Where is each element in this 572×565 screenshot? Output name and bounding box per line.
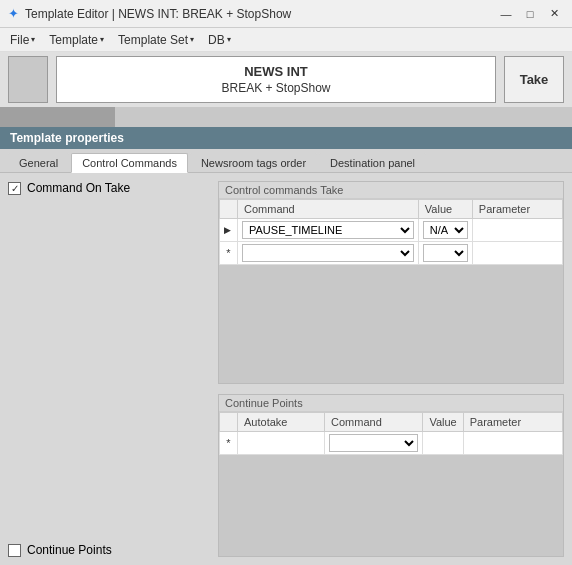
command-select[interactable]: PAUSE_TIMELINE — [242, 221, 414, 239]
take-button[interactable]: Take — [504, 56, 564, 103]
panel-content: Command On Take Continue Points Control … — [0, 173, 572, 565]
cp-command-cell — [325, 432, 423, 455]
new-command-cell — [238, 242, 419, 265]
command-on-take-label: Command On Take — [27, 181, 130, 195]
row-arrow[interactable]: ▶ — [220, 219, 238, 242]
new-row: * — [220, 242, 563, 265]
close-button[interactable]: ✕ — [544, 4, 564, 24]
cp-command-select-wrapper — [329, 434, 418, 452]
continue-points-section-title: Continue Points — [219, 395, 563, 412]
db-menu-arrow: ▾ — [227, 35, 231, 44]
right-content: Control commands Take Command Value Para… — [210, 173, 572, 565]
continue-points-section: Continue Points Autotake Command Value P… — [218, 394, 564, 557]
col-value-header: Value — [418, 200, 472, 219]
header-title-block: NEWS INT BREAK + StopShow — [56, 56, 496, 103]
new-value-cell — [418, 242, 472, 265]
left-sidebar: Command On Take Continue Points — [0, 173, 210, 565]
command-select-wrapper: PAUSE_TIMELINE — [242, 221, 414, 239]
window-controls: — □ ✕ — [496, 4, 564, 24]
menu-file[interactable]: File ▾ — [4, 31, 41, 49]
title-bar-left: ✦ Template Editor | NEWS INT: BREAK + St… — [8, 6, 291, 21]
col-parameter-header: Parameter — [472, 200, 562, 219]
tab-destination-panel[interactable]: Destination panel — [319, 153, 426, 172]
cp-new-row: * — [220, 432, 563, 455]
gray-strip — [0, 107, 572, 127]
continue-points-label: Continue Points — [27, 543, 112, 557]
template-set-menu-arrow: ▾ — [190, 35, 194, 44]
gray-strip-inner — [0, 107, 115, 127]
table-empty-area — [219, 265, 563, 383]
col-command-header: Command — [238, 200, 419, 219]
cp-col-spacer — [220, 413, 238, 432]
tab-control-commands[interactable]: Control Commands — [71, 153, 188, 173]
minimize-button[interactable]: — — [496, 4, 516, 24]
command-on-take-checkbox[interactable] — [8, 182, 21, 195]
cp-value-cell — [423, 432, 463, 455]
control-commands-table: Command Value Parameter ▶ PAUSE_TIMELIN — [219, 199, 563, 265]
maximize-button[interactable]: □ — [520, 4, 540, 24]
header-box — [8, 56, 48, 103]
cp-col-value: Value — [423, 413, 463, 432]
header-main-title: NEWS INT — [244, 64, 308, 79]
header-sub-title: BREAK + StopShow — [221, 81, 330, 95]
template-menu-arrow: ▾ — [100, 35, 104, 44]
new-command-select[interactable] — [242, 244, 414, 262]
cp-asterisk-cell: * — [220, 432, 238, 455]
value-cell: N/A — [418, 219, 472, 242]
app-icon: ✦ — [8, 6, 19, 21]
table-row: ▶ PAUSE_TIMELINE — [220, 219, 563, 242]
file-menu-arrow: ▾ — [31, 35, 35, 44]
cp-command-select[interactable] — [329, 434, 418, 452]
title-bar: ✦ Template Editor | NEWS INT: BREAK + St… — [0, 0, 572, 28]
tabs-bar: General Control Commands Newsroom tags o… — [0, 149, 572, 173]
panel-header: Template properties — [0, 127, 572, 149]
cp-autotake-cell — [238, 432, 325, 455]
continue-points-row: Continue Points — [8, 423, 202, 557]
new-parameter-cell — [472, 242, 562, 265]
control-commands-title: Control commands Take — [219, 182, 563, 199]
continue-points-checkbox[interactable] — [8, 544, 21, 557]
tab-general[interactable]: General — [8, 153, 69, 172]
window-title: Template Editor | NEWS INT: BREAK + Stop… — [25, 7, 291, 21]
menu-db[interactable]: DB ▾ — [202, 31, 237, 49]
menu-template[interactable]: Template ▾ — [43, 31, 110, 49]
asterisk-cell: * — [220, 242, 238, 265]
cp-col-command: Command — [325, 413, 423, 432]
command-on-take-row: Command On Take — [8, 181, 202, 195]
header-area: NEWS INT BREAK + StopShow Take — [0, 52, 572, 107]
menu-bar: File ▾ Template ▾ Template Set ▾ DB ▾ — [0, 28, 572, 52]
cp-col-autotake: Autotake — [238, 413, 325, 432]
new-command-select-wrapper — [242, 244, 414, 262]
new-value-select-wrapper — [423, 244, 468, 262]
col-spacer — [220, 200, 238, 219]
cp-table-empty-area — [219, 455, 563, 556]
menu-template-set[interactable]: Template Set ▾ — [112, 31, 200, 49]
new-value-select[interactable] — [423, 244, 468, 262]
properties-panel: Template properties General Control Comm… — [0, 127, 572, 565]
tab-newsroom-tags-order[interactable]: Newsroom tags order — [190, 153, 317, 172]
value-select-wrapper: N/A — [423, 221, 468, 239]
continue-points-table: Autotake Command Value Parameter * — [219, 412, 563, 455]
command-cell: PAUSE_TIMELINE — [238, 219, 419, 242]
cp-col-parameter: Parameter — [463, 413, 562, 432]
value-select[interactable]: N/A — [423, 221, 468, 239]
control-commands-section: Control commands Take Command Value Para… — [218, 181, 564, 384]
cp-parameter-cell — [463, 432, 562, 455]
panel-title: Template properties — [10, 131, 124, 145]
parameter-cell — [472, 219, 562, 242]
